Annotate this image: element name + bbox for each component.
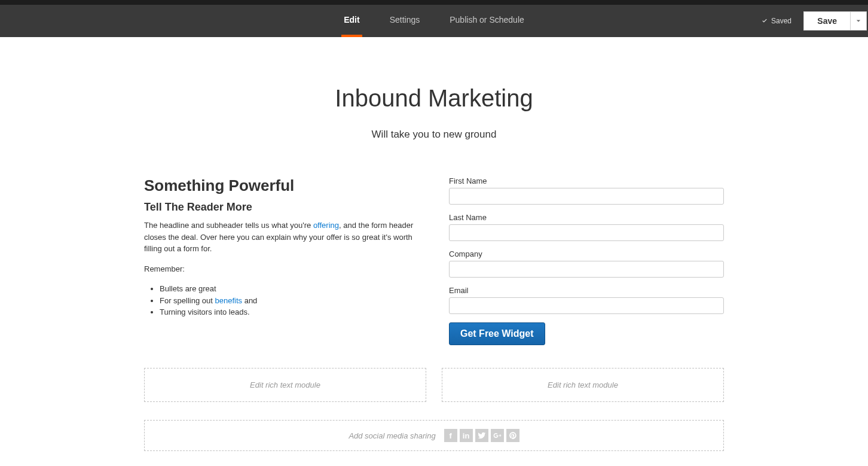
email-label: Email [449, 286, 724, 295]
form-field-last-name: Last Name [449, 213, 724, 241]
page-title[interactable]: Inbound Marketing [144, 85, 724, 112]
save-button[interactable]: Save [803, 11, 850, 31]
last-name-input[interactable] [449, 224, 724, 241]
saved-label: Saved [771, 17, 791, 25]
caret-down-icon [856, 19, 861, 23]
pinterest-icon [506, 429, 519, 442]
save-dropdown-button[interactable] [850, 11, 867, 31]
form-column: First Name Last Name Company Email Get F… [449, 176, 724, 345]
hero-section: Inbound Marketing Will take you to new g… [144, 37, 724, 176]
company-label: Company [449, 249, 724, 258]
content-paragraph: The headline and subheader tells us what… [144, 220, 418, 255]
submit-button[interactable]: Get Free Widget [449, 322, 545, 345]
company-input[interactable] [449, 261, 724, 278]
bullet-list: Bullets are great For spelling out benef… [144, 283, 418, 318]
googleplus-icon [491, 429, 504, 442]
top-thin-bar [0, 0, 868, 5]
check-icon [762, 18, 768, 24]
list-item: Bullets are great [160, 283, 418, 295]
tab-settings[interactable]: Settings [387, 5, 423, 37]
offering-link[interactable]: offering [313, 221, 339, 230]
content-subheading: Tell The Reader More [144, 201, 418, 214]
list-item: Turning visitors into leads. [160, 306, 418, 318]
first-name-label: First Name [449, 176, 724, 185]
save-button-group: Save [803, 11, 867, 31]
editor-header: Edit Settings Publish or Schedule Saved … [0, 5, 868, 37]
text: For spelling out [160, 296, 215, 305]
form-field-first-name: First Name [449, 176, 724, 205]
remember-label: Remember: [144, 263, 418, 275]
facebook-icon: f [444, 429, 457, 442]
text: The headline and subheader tells us what… [144, 221, 313, 230]
rich-text-module-left[interactable]: Edit rich text module [144, 368, 426, 402]
email-input[interactable] [449, 297, 724, 314]
form-field-email: Email [449, 286, 724, 314]
saved-status: Saved [762, 5, 791, 37]
page: Inbound Marketing Will take you to new g… [144, 37, 724, 466]
first-name-input[interactable] [449, 188, 724, 205]
twitter-icon [475, 429, 488, 442]
text: and [242, 296, 257, 305]
social-label: Add social media sharing [349, 431, 435, 440]
two-column-layout: Something Powerful Tell The Reader More … [144, 176, 724, 345]
content-heading: Something Powerful [144, 176, 418, 195]
list-item: For spelling out benefits and [160, 295, 418, 307]
social-sharing-module[interactable]: Add social media sharing f in [144, 420, 724, 451]
linkedin-icon: in [460, 429, 473, 442]
rich-text-module-right[interactable]: Edit rich text module [442, 368, 724, 402]
tab-publish[interactable]: Publish or Schedule [447, 5, 527, 37]
form-field-company: Company [449, 249, 724, 278]
last-name-label: Last Name [449, 213, 724, 222]
tab-edit[interactable]: Edit [341, 5, 362, 37]
content-column[interactable]: Something Powerful Tell The Reader More … [144, 176, 418, 345]
editor-tabs: Edit Settings Publish or Schedule [341, 5, 527, 37]
rich-text-modules-row: Edit rich text module Edit rich text mod… [144, 368, 724, 402]
social-icons: f in [444, 429, 519, 442]
page-subtitle[interactable]: Will take you to new ground [144, 129, 724, 141]
benefits-link[interactable]: benefits [215, 296, 243, 305]
